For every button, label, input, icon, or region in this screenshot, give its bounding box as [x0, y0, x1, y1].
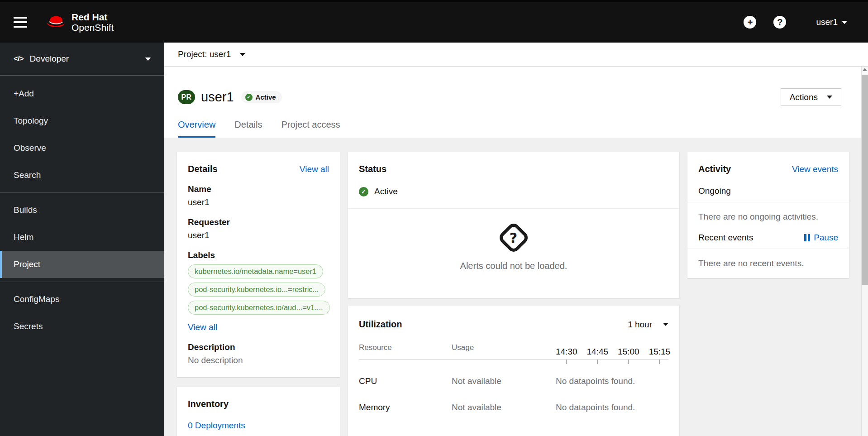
axis-tick [566, 359, 567, 364]
description-value: No description [188, 355, 329, 365]
inventory-card-title: Inventory [188, 399, 229, 409]
page-header: PR user1 ✓ Active Actions Overview [164, 67, 861, 138]
axis-tick [628, 359, 629, 364]
actions-dropdown-button[interactable]: Actions [781, 88, 841, 106]
chevron-down-icon [145, 57, 151, 61]
time-axis: 14:30 14:45 15:00 15:15 [556, 347, 670, 359]
divider [687, 249, 849, 249]
chevron-down-icon [240, 53, 245, 56]
brand-line2: OpenShift [72, 22, 114, 33]
activity-card: Activity View events Ongoing There are n… [687, 152, 849, 278]
label-chip[interactable]: kubernetes.io/metadata.name=user1 [188, 264, 323, 278]
status-badge-label: Active [256, 93, 276, 101]
utilization-card-title: Utilization [359, 319, 402, 330]
actions-label: Actions [790, 92, 818, 102]
brand-line1: Red Hat [72, 12, 114, 22]
sidebar-item-configmaps[interactable]: ConfigMaps [0, 286, 164, 313]
status-card-title: Status [359, 164, 386, 174]
duration-value: 1 hour [628, 320, 652, 330]
description-heading: Description [188, 342, 329, 352]
sidebar-item-helm[interactable]: Helm [0, 224, 164, 251]
unknown-status-icon: ? [497, 221, 530, 254]
column-header-resource: Resource [359, 343, 452, 359]
time-tick-label: 15:15 [649, 347, 671, 357]
code-icon: </> [14, 54, 24, 63]
perspective-label: Developer [30, 54, 69, 64]
sidebar-item-topology[interactable]: Topology [0, 107, 164, 134]
chevron-down-icon [663, 323, 668, 326]
tab-bar: Overview Details Project access [178, 120, 841, 138]
pause-events-button[interactable]: Pause [804, 233, 838, 243]
page-title: user1 [201, 90, 234, 105]
resource-usage: Not available [452, 402, 556, 412]
chevron-down-icon [827, 96, 832, 99]
check-circle-icon: ✓ [359, 187, 368, 196]
sidebar-item-observe[interactable]: Observe [0, 134, 164, 162]
details-card-title: Details [188, 164, 218, 174]
field-label-name: Name [188, 184, 329, 194]
label-chip[interactable]: pod-security.kubernetes.io...=restric... [188, 283, 325, 297]
pause-label: Pause [814, 233, 838, 243]
utilization-row-memory: Memory Not available No datapoints found… [359, 386, 668, 412]
column-header-usage: Usage [452, 343, 556, 359]
status-value: Active [374, 187, 398, 196]
scrollbar-up-arrow-icon[interactable] [863, 68, 867, 71]
activity-card-title: Activity [698, 164, 731, 174]
tab-details[interactable]: Details [234, 120, 262, 138]
deployments-count-link[interactable]: 0 Deployments [188, 421, 245, 431]
resource-datapoints: No datapoints found. [556, 376, 668, 386]
nav-toggle-icon[interactable] [14, 17, 27, 28]
project-selector[interactable]: Project: user1 [164, 43, 868, 67]
scrollbar-thumb[interactable] [862, 75, 868, 285]
field-value-requester: user1 [188, 230, 329, 240]
project-resource-badge: PR [178, 90, 195, 104]
labels-heading: Labels [188, 250, 329, 260]
pause-icon [804, 234, 810, 241]
ongoing-heading: Ongoing [687, 186, 849, 196]
no-ongoing-message: There are no ongoing activities. [687, 212, 849, 222]
utilization-card: Utilization 1 hour Resource Usage [348, 306, 679, 436]
tab-project-access[interactable]: Project access [281, 120, 340, 138]
resource-name: Memory [359, 402, 452, 412]
resource-usage: Not available [452, 376, 556, 386]
username: user1 [816, 17, 838, 27]
check-circle-icon: ✓ [245, 94, 253, 101]
field-value-name: user1 [188, 197, 329, 207]
details-view-all-link[interactable]: View all [300, 164, 329, 174]
labels-view-all-link[interactable]: View all [188, 322, 217, 332]
sidebar-item-builds[interactable]: Builds [0, 196, 164, 224]
time-tick-label: 14:45 [587, 347, 609, 357]
question-circle-icon[interactable]: ? [773, 16, 786, 29]
sidebar-divider [0, 282, 164, 282]
brand-logo: Red Hat OpenShift [45, 12, 114, 33]
axis-tick [659, 359, 660, 364]
sidebar-item-add[interactable]: +Add [0, 80, 164, 107]
resource-name: CPU [359, 376, 452, 386]
axis-tick [597, 359, 598, 364]
chevron-down-icon [842, 21, 847, 24]
status-badge: ✓ Active [241, 91, 282, 103]
no-recent-message: There are no recent events. [687, 259, 849, 268]
time-tick-label: 15:00 [618, 347, 639, 357]
sidebar-item-search[interactable]: Search [0, 162, 164, 189]
view-events-link[interactable]: View events [792, 164, 838, 174]
redhat-fedora-icon [45, 15, 66, 29]
perspective-switcher[interactable]: </> Developer [0, 43, 164, 76]
alerts-message: Alerts could not be loaded. [460, 261, 568, 271]
field-label-requester: Requester [188, 217, 329, 227]
divider [687, 202, 849, 202]
duration-dropdown[interactable]: 1 hour [628, 320, 668, 330]
label-chip[interactable]: pod-security.kubernetes.io/aud...=v1.... [188, 301, 330, 315]
details-card: Details View all Name user1 Requester us… [177, 152, 340, 377]
scrollbar[interactable] [861, 67, 868, 436]
sidebar-item-secrets[interactable]: Secrets [0, 313, 164, 340]
sidebar: </> Developer +Add Topology Observe Sear… [0, 43, 164, 436]
tab-overview[interactable]: Overview [178, 120, 215, 138]
project-selector-label: Project: user1 [178, 49, 231, 59]
user-menu[interactable]: user1 [816, 17, 847, 27]
masthead: Red Hat OpenShift + ? user1 [0, 0, 868, 43]
plus-circle-icon[interactable]: + [744, 16, 756, 29]
recent-events-heading: Recent events [698, 233, 753, 243]
sidebar-item-project[interactable]: Project [0, 251, 164, 278]
resource-datapoints: No datapoints found. [556, 402, 668, 412]
